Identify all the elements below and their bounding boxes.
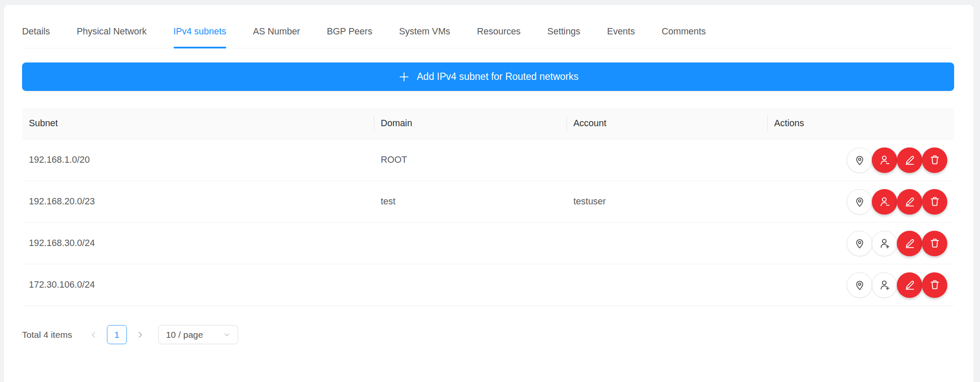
tab-label: System VMs	[399, 26, 450, 37]
table-body: 192.168.1.0/20ROOT192.168.20.0/23testtes…	[22, 139, 954, 306]
table-row: 172.30.106.0/24	[22, 264, 954, 306]
page-size-select-value: 10 / page	[166, 330, 203, 340]
tab-physical-network[interactable]: Physical Network	[77, 15, 147, 48]
release-dedicated-account-button[interactable]	[872, 189, 897, 215]
tab-label: Comments	[662, 26, 706, 37]
subnet-cell: 192.168.20.0/23	[22, 196, 374, 207]
column-header-actions: Actions	[767, 108, 954, 139]
add-ipv4-subnet-button[interactable]: Add IPv4 subnet for Routed networks	[22, 62, 954, 91]
table-row: 192.168.1.0/20ROOT	[22, 139, 954, 181]
column-header-account: Account	[567, 108, 767, 139]
delete-subnet-button[interactable]	[922, 231, 947, 256]
delete-subnet-button[interactable]	[922, 272, 947, 298]
page-1-button[interactable]: 1	[107, 325, 127, 344]
trash-icon	[928, 237, 941, 250]
account-cell: testuser	[567, 196, 767, 207]
tab-label: Settings	[548, 26, 581, 37]
tab-bgp-peers[interactable]: BGP Peers	[327, 15, 372, 48]
chevron-left-icon	[89, 330, 98, 340]
add-ipv4-subnet-button-label: Add IPv4 subnet for Routed networks	[417, 71, 578, 82]
user-minus-icon	[878, 153, 891, 167]
actions-cell	[767, 147, 954, 173]
subnet-cell: 172.30.106.0/24	[22, 280, 374, 290]
tab-system-vms[interactable]: System VMs	[399, 15, 450, 48]
edit-subnet-button[interactable]	[897, 272, 922, 298]
plus-icon	[398, 71, 410, 83]
location-pin-button[interactable]	[847, 147, 872, 173]
tab-bar: DetailsPhysical NetworkIPv4 subnetsAS Nu…	[22, 5, 954, 48]
active-tab-indicator	[174, 47, 226, 48]
table-row: 192.168.20.0/23testtestuser	[22, 181, 954, 223]
trash-icon	[928, 153, 941, 167]
subnet-cell: 192.168.30.0/24	[22, 238, 374, 249]
location-pin-icon	[853, 278, 866, 291]
user-plus-icon	[878, 237, 891, 250]
actions-cell	[767, 231, 954, 256]
page-size-select[interactable]: 10 / page	[158, 325, 238, 344]
detail-panel: DetailsPhysical NetworkIPv4 subnetsAS Nu…	[3, 4, 974, 382]
user-minus-icon	[878, 195, 891, 208]
tab-label: IPv4 subnets	[174, 26, 226, 37]
domain-cell: test	[374, 196, 567, 207]
tab-label: BGP Peers	[327, 26, 372, 37]
delete-subnet-button[interactable]	[922, 189, 947, 215]
actions-cell	[767, 189, 954, 215]
actions-cell	[767, 272, 954, 298]
domain-cell: ROOT	[374, 155, 567, 165]
tab-details[interactable]: Details	[22, 15, 50, 48]
tab-resources[interactable]: Resources	[477, 15, 521, 48]
tab-events[interactable]: Events	[607, 15, 635, 48]
tab-label: Events	[607, 26, 635, 37]
table-row: 192.168.30.0/24	[22, 223, 954, 264]
edit-icon	[903, 195, 916, 208]
location-pin-button[interactable]	[847, 272, 872, 298]
location-pin-icon	[853, 153, 866, 167]
edit-subnet-button[interactable]	[897, 147, 922, 173]
trash-icon	[928, 195, 941, 208]
previous-page-button[interactable]	[87, 325, 100, 344]
tab-comments[interactable]: Comments	[662, 15, 706, 48]
dedicate-account-button[interactable]	[872, 272, 897, 298]
location-pin-icon	[853, 237, 866, 250]
tab-label: Physical Network	[77, 26, 147, 37]
tab-label: Details	[22, 26, 50, 37]
pagination-total-label: Total 4 items	[22, 330, 72, 340]
delete-subnet-button[interactable]	[922, 147, 947, 173]
edit-icon	[903, 278, 916, 291]
ipv4-subnets-table: Subnet Domain Account Actions 192.168.1.…	[22, 108, 954, 306]
chevron-down-icon	[223, 331, 231, 339]
column-header-domain: Domain	[374, 108, 567, 139]
edit-subnet-button[interactable]	[897, 231, 922, 256]
edit-icon	[903, 153, 916, 167]
edit-icon	[903, 237, 916, 250]
subnet-cell: 192.168.1.0/20	[22, 155, 374, 165]
trash-icon	[928, 278, 941, 291]
location-pin-button[interactable]	[847, 189, 872, 215]
edit-subnet-button[interactable]	[897, 189, 922, 215]
tab-as-number[interactable]: AS Number	[253, 15, 300, 48]
user-plus-icon	[878, 278, 891, 291]
column-header-subnet: Subnet	[22, 108, 374, 139]
tab-settings[interactable]: Settings	[548, 15, 581, 48]
table-header: Subnet Domain Account Actions	[22, 108, 954, 139]
location-pin-icon	[853, 195, 866, 208]
next-page-button[interactable]	[134, 325, 146, 344]
dedicate-account-button[interactable]	[872, 231, 897, 256]
chevron-right-icon	[135, 330, 145, 340]
release-dedicated-account-button[interactable]	[872, 147, 897, 173]
pagination: Total 4 items 1 10 / page	[22, 325, 954, 344]
tab-label: Resources	[477, 26, 521, 37]
tab-ipv4-subnets[interactable]: IPv4 subnets	[174, 15, 226, 48]
tab-label: AS Number	[253, 26, 300, 37]
location-pin-button[interactable]	[847, 231, 872, 256]
